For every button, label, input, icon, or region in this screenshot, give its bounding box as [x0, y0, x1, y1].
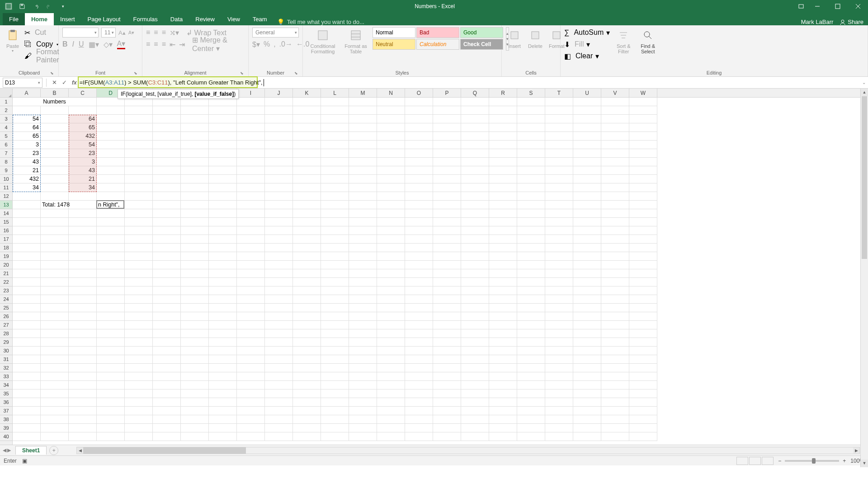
col-header-J[interactable]: J [265, 89, 293, 97]
percent-icon[interactable]: % [264, 40, 270, 48]
cell-B13[interactable]: Total: 1478 [41, 201, 69, 209]
cell-D13[interactable]: n Right", [97, 201, 125, 209]
style-calculation[interactable]: Calculation [416, 39, 459, 50]
format-as-table-button[interactable]: Format as Table [342, 27, 370, 55]
cell-C10[interactable]: 21 [69, 175, 97, 183]
row-header-5[interactable]: 5 [0, 132, 12, 141]
cell-C7[interactable]: 23 [69, 149, 97, 158]
vertical-scrollbar[interactable]: ▲ ▼ [860, 89, 868, 467]
scroll-left-icon[interactable]: ◀ [77, 447, 83, 454]
find-select-button[interactable]: Find & Select [637, 27, 659, 55]
horizontal-scrollbar[interactable]: ◀ ▶ [76, 447, 860, 454]
cell-C4[interactable]: 65 [69, 123, 97, 132]
col-header-P[interactable]: P [433, 89, 461, 97]
formula-input[interactable]: =IF(SUM(A3:A11) > SUM(C3:C11), "Left Col… [80, 78, 860, 88]
row-header-16[interactable]: 16 [0, 226, 12, 235]
conditional-formatting-button[interactable]: Conditional Formatting [307, 27, 339, 55]
scroll-up-icon[interactable]: ▲ [861, 89, 868, 96]
col-header-U[interactable]: U [573, 89, 601, 97]
row-header-4[interactable]: 4 [0, 123, 12, 132]
col-header-B[interactable]: B [41, 89, 69, 97]
col-header-Q[interactable]: Q [461, 89, 489, 97]
row-header-27[interactable]: 27 [0, 321, 12, 329]
sheet-nav[interactable]: ◀▶ [0, 447, 14, 453]
col-header-A[interactable]: A [13, 89, 41, 97]
zoom-out-button[interactable]: − [778, 458, 781, 464]
row-header-6[interactable]: 6 [0, 141, 12, 149]
row-header-2[interactable]: 2 [0, 106, 12, 115]
close-button[interactable] [848, 0, 868, 13]
vscroll-thumb[interactable] [862, 96, 867, 259]
row-header-34[interactable]: 34 [0, 381, 12, 389]
cut-button[interactable]: ✂Cut [24, 27, 59, 38]
row-header-14[interactable]: 14 [0, 209, 12, 218]
tab-review[interactable]: Review [189, 13, 221, 25]
page-break-view-button[interactable] [762, 457, 774, 465]
zoom-in-button[interactable]: + [843, 458, 846, 464]
cell-A10[interactable]: 432 [13, 175, 41, 183]
cell-C6[interactable]: 54 [69, 141, 97, 149]
comma-icon[interactable]: , [274, 40, 275, 48]
hscroll-thumb[interactable] [83, 447, 246, 454]
number-format-combo[interactable]: General [252, 28, 299, 38]
row-header-1[interactable]: 1 [0, 98, 12, 106]
row-header-23[interactable]: 23 [0, 286, 12, 295]
insert-button[interactable]: Insert [505, 27, 524, 50]
row-header-13[interactable]: 13 [0, 201, 12, 209]
row-header-31[interactable]: 31 [0, 355, 12, 364]
tab-view[interactable]: View [221, 13, 246, 25]
cell-C5[interactable]: 432 [69, 132, 97, 141]
formula-expand-icon[interactable]: ⌄ [860, 80, 868, 85]
new-sheet-button[interactable]: + [49, 446, 58, 455]
decrease-font-icon[interactable]: A▾ [128, 30, 134, 36]
minimize-button[interactable] [807, 0, 827, 13]
currency-icon[interactable]: $▾ [252, 40, 260, 49]
row-header-37[interactable]: 37 [0, 407, 12, 415]
zoom-slider[interactable] [785, 460, 839, 462]
row-header-32[interactable]: 32 [0, 364, 12, 372]
delete-button[interactable]: Delete [526, 27, 544, 50]
cell-A6[interactable]: 3 [13, 141, 41, 149]
align-right-icon[interactable]: ≡ [162, 40, 166, 48]
row-header-10[interactable]: 10 [0, 175, 12, 183]
fill-color-button[interactable]: ◇▾ [104, 40, 113, 49]
italic-button[interactable]: I [72, 40, 74, 48]
align-top-icon[interactable]: ≡ [146, 28, 150, 37]
col-header-M[interactable]: M [349, 89, 377, 97]
tab-page-layout[interactable]: Page Layout [81, 13, 127, 25]
row-header-15[interactable]: 15 [0, 218, 12, 226]
row-header-18[interactable]: 18 [0, 244, 12, 252]
increase-decimal-icon[interactable]: .0→ [279, 40, 292, 48]
tab-data[interactable]: Data [164, 13, 189, 25]
cell-A7[interactable]: 23 [13, 149, 41, 158]
orientation-icon[interactable]: ⤭▾ [170, 28, 179, 37]
share-button[interactable]: Share [840, 19, 863, 25]
cancel-formula-icon[interactable]: ✕ [49, 79, 59, 86]
sheet-tab-sheet1[interactable]: Sheet1 [15, 446, 47, 455]
col-header-N[interactable]: N [377, 89, 405, 97]
row-header-40[interactable]: 40 [0, 432, 12, 441]
select-all-cell[interactable] [0, 89, 13, 97]
normal-view-button[interactable] [736, 457, 748, 465]
row-header-39[interactable]: 39 [0, 424, 12, 432]
col-header-W[interactable]: W [629, 89, 657, 97]
row-header-24[interactable]: 24 [0, 295, 12, 304]
cell-A11[interactable]: 34 [13, 183, 41, 192]
font-size-combo[interactable]: 11 [101, 28, 116, 38]
tab-home[interactable]: Home [25, 13, 54, 25]
row-header-9[interactable]: 9 [0, 166, 12, 175]
cell-C11[interactable]: 34 [69, 183, 97, 192]
tab-insert[interactable]: Insert [54, 13, 81, 25]
row-header-29[interactable]: 29 [0, 338, 12, 347]
undo-icon[interactable] [31, 1, 41, 11]
merge-center-button[interactable]: ⊞ Merge & Center ▾ [192, 36, 245, 53]
cell-A4[interactable]: 64 [13, 123, 41, 132]
cell-C9[interactable]: 43 [69, 166, 97, 175]
save-icon[interactable] [17, 1, 27, 11]
qat-customize-icon[interactable]: ▾ [58, 1, 68, 11]
cells-area[interactable]: Numbers546465323432143234646543254233432… [13, 98, 868, 445]
style-normal[interactable]: Normal [373, 27, 415, 38]
style-check-cell[interactable]: Check Cell [460, 39, 503, 50]
row-header-26[interactable]: 26 [0, 312, 12, 321]
row-header-3[interactable]: 3 [0, 115, 12, 123]
